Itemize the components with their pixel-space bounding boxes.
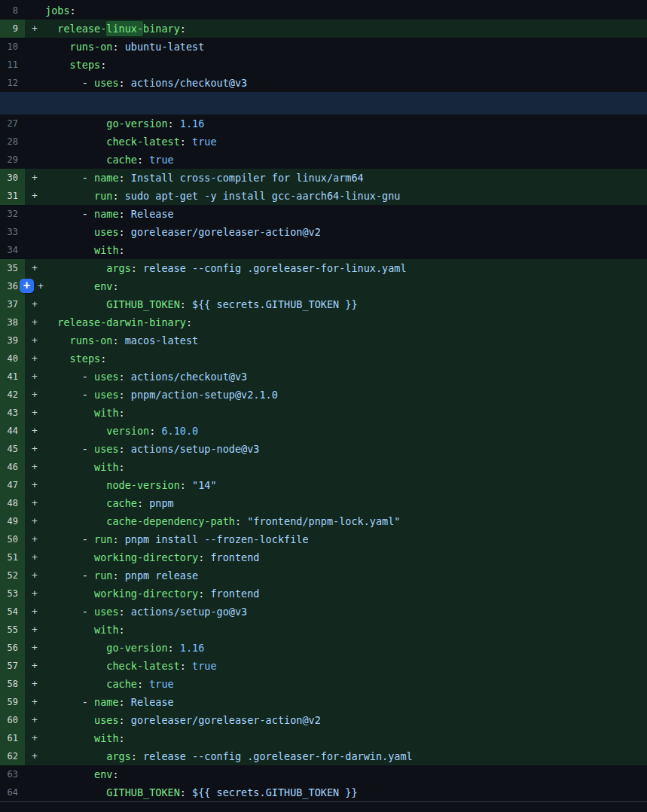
code-token: run bbox=[94, 190, 112, 202]
code-token: run bbox=[94, 569, 112, 582]
code-token: : bbox=[119, 407, 125, 419]
code-token: : bbox=[168, 118, 180, 130]
code-token: env bbox=[94, 280, 112, 292]
code-token: : bbox=[186, 316, 192, 328]
code-token bbox=[45, 190, 94, 202]
code-token: pnpm bbox=[149, 497, 174, 509]
code-token: "frontend/pnpm-lock.yaml" bbox=[247, 515, 400, 527]
diff-line-62: 62+ args: release --config .goreleaser-f… bbox=[0, 747, 647, 765]
line-number[interactable]: 45 bbox=[0, 440, 25, 458]
line-number[interactable]: 56 bbox=[0, 639, 25, 657]
expand-hidden-lines-band[interactable] bbox=[0, 92, 647, 114]
line-number[interactable]: 58 bbox=[0, 675, 25, 693]
code-token: : bbox=[112, 569, 124, 582]
line-number[interactable]: 40 bbox=[0, 350, 25, 368]
line-number[interactable]: 47 bbox=[0, 476, 25, 494]
line-number[interactable]: 8 bbox=[0, 2, 25, 20]
code-token: : bbox=[112, 41, 124, 53]
code-token: "14" bbox=[192, 479, 217, 491]
line-number[interactable]: 35 bbox=[0, 259, 25, 277]
line-number[interactable]: 55 bbox=[0, 621, 25, 639]
line-number[interactable]: 63 bbox=[0, 765, 25, 783]
code-token: with bbox=[94, 244, 119, 256]
line-number[interactable]: 60 bbox=[0, 711, 25, 729]
line-number[interactable]: 38 bbox=[0, 313, 25, 331]
line-number[interactable]: 48 bbox=[0, 494, 25, 512]
line-number[interactable]: 53 bbox=[0, 585, 25, 603]
code-token: - bbox=[45, 533, 94, 545]
line-number[interactable]: 10 bbox=[0, 38, 25, 56]
line-number[interactable]: 44 bbox=[0, 422, 25, 440]
line-number[interactable]: 29 bbox=[0, 151, 25, 169]
code-token: 6.10.0 bbox=[161, 425, 198, 437]
line-number[interactable]: 28 bbox=[0, 133, 25, 151]
line-number[interactable]: 27 bbox=[0, 114, 25, 133]
line-number[interactable]: 59 bbox=[0, 693, 25, 711]
code-token: : bbox=[149, 425, 161, 437]
diff-line-9: 9+ release-linux-binary: bbox=[0, 20, 647, 38]
line-number[interactable]: 49 bbox=[0, 512, 25, 530]
diff-add-marker: + bbox=[25, 693, 45, 711]
code-token bbox=[45, 714, 94, 726]
code-token: cache-dependency-path bbox=[106, 515, 235, 527]
code-token: uses bbox=[94, 714, 119, 726]
line-number[interactable]: 31 bbox=[0, 187, 25, 205]
code-token: : bbox=[137, 154, 149, 166]
line-number[interactable]: 57 bbox=[0, 657, 25, 675]
code-token: : bbox=[235, 515, 247, 527]
line-number[interactable]: 46 bbox=[0, 458, 25, 476]
line-number[interactable]: 62 bbox=[0, 747, 25, 765]
code-token: : bbox=[119, 732, 125, 744]
code-token: ${{ secrets.GITHUB_TOKEN }} bbox=[192, 298, 357, 310]
line-number[interactable]: 64 bbox=[0, 783, 25, 801]
code-token: GITHUB_TOKEN bbox=[106, 786, 180, 798]
code-token: - bbox=[45, 77, 94, 89]
code-token: : bbox=[112, 533, 124, 545]
diff-add-marker: + bbox=[25, 711, 45, 729]
line-number[interactable]: 39 bbox=[0, 331, 25, 350]
diff-line-12: 12 - uses: actions/checkout@v3 bbox=[0, 74, 647, 92]
code-token: release-darwin-binary bbox=[57, 316, 186, 328]
line-number[interactable]: 50 bbox=[0, 530, 25, 548]
code-token: sudo apt-get -y install gcc-aarch64-linu… bbox=[125, 190, 401, 202]
line-number[interactable]: 51 bbox=[0, 548, 25, 566]
line-number[interactable]: 32 bbox=[0, 205, 25, 223]
line-number[interactable]: 33 bbox=[0, 223, 25, 241]
code-token bbox=[45, 768, 94, 780]
code-token: uses bbox=[94, 226, 119, 238]
code-line: check-latest: true bbox=[45, 657, 647, 675]
diff-line-32: 32 - name: Release bbox=[0, 205, 647, 223]
code-token: true bbox=[192, 660, 217, 672]
line-number[interactable]: 42 bbox=[0, 386, 25, 404]
line-number[interactable]: 30 bbox=[0, 169, 25, 187]
code-token: - bbox=[45, 443, 94, 455]
diff-line-51: 51+ working-directory: frontend bbox=[0, 548, 647, 566]
line-number[interactable]: 61 bbox=[0, 729, 25, 747]
diff-line-56: 56+ go-version: 1.16 bbox=[0, 639, 647, 657]
line-number[interactable]: 41 bbox=[0, 368, 25, 386]
line-number[interactable]: 9 bbox=[0, 20, 25, 38]
code-line: runs-on: ubuntu-latest bbox=[45, 38, 647, 56]
line-number[interactable]: 54 bbox=[0, 603, 25, 621]
diff-add-marker bbox=[25, 114, 45, 133]
code-token: : bbox=[198, 551, 210, 563]
code-token: actions/setup-node@v3 bbox=[131, 443, 260, 455]
line-number[interactable]: 11 bbox=[0, 56, 25, 74]
diff-add-marker: + bbox=[25, 512, 45, 530]
line-number[interactable]: 34 bbox=[0, 241, 25, 259]
code-token: runs-on bbox=[70, 41, 113, 53]
code-token: args bbox=[106, 262, 131, 274]
code-line: with: bbox=[45, 729, 647, 747]
code-token: - bbox=[45, 696, 94, 708]
line-number[interactable]: 52 bbox=[0, 566, 25, 585]
code-token: uses bbox=[94, 371, 119, 383]
line-number[interactable]: 37 bbox=[0, 295, 25, 313]
add-comment-button[interactable]: + bbox=[20, 279, 34, 293]
line-number[interactable]: 43 bbox=[0, 404, 25, 422]
code-line: args: release --config .goreleaser-for-d… bbox=[45, 747, 647, 765]
line-number[interactable]: 12 bbox=[0, 74, 25, 92]
code-token: - bbox=[45, 371, 94, 383]
code-token bbox=[45, 226, 94, 238]
code-token: : bbox=[180, 479, 192, 491]
code-token bbox=[45, 41, 70, 53]
